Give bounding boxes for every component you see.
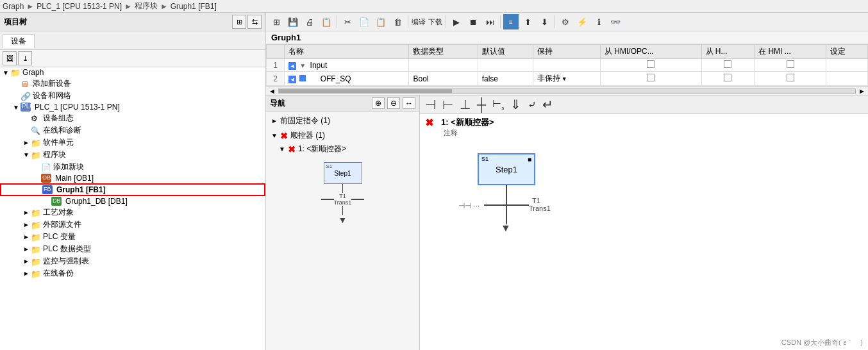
graph-btn-down-branch[interactable]: ⊥: [458, 97, 472, 112]
tb-btn-settings[interactable]: ⚙: [558, 14, 573, 29]
nav-conn1: [342, 184, 344, 193]
graph-btn-left-top[interactable]: ⊣: [424, 97, 437, 112]
tree-item-device-network[interactable]: 🔗 设备和网络: [0, 90, 265, 102]
row1-name[interactable]: ◄ ▼ Input: [285, 59, 409, 72]
tree-label-plc-dtype: PLC 数据类型: [43, 244, 91, 254]
graph-btn-return[interactable]: ↵: [541, 97, 555, 112]
checkbox-2b[interactable]: [724, 74, 731, 81]
nav-section-prefixed-header[interactable]: ► 前固定指令 (1): [269, 114, 417, 128]
nav-section-seq-header[interactable]: ▼ ✖ 顺控器 (1): [269, 129, 417, 142]
big-step-box[interactable]: S1 ■ Step1: [478, 153, 535, 185]
row1-h[interactable]: [701, 59, 755, 72]
tree-item-device-config[interactable]: ⚙ 设备组态: [0, 112, 265, 124]
checkbox-1a[interactable]: [647, 60, 655, 68]
graph-btn-right-top[interactable]: ⊢: [441, 97, 455, 112]
nav-trans-area: T1 Trans1: [321, 193, 365, 206]
zoom-out-btn[interactable]: ⊖: [387, 97, 400, 109]
tb-btn-glasses[interactable]: 👓: [608, 14, 623, 29]
tb-btn-copy[interactable]: 📄: [356, 14, 372, 29]
tb-btn-paste[interactable]: 📋: [373, 14, 388, 29]
tb-btn-4[interactable]: 📋: [319, 14, 334, 29]
tb-btn-online[interactable]: ⚡: [574, 14, 590, 29]
nav-item-new-seq[interactable]: ▼ ✖ 1: <新顺控器>: [269, 142, 417, 156]
sidebar-tree: ▼ 📁 Graph 🖥 添加新设备 🔗 设备和网络 ▼ PLC: [0, 67, 265, 350]
breadcrumb: Graph ► PLC_1 [CPU 1513-1 PN] ► 程序块 ► Gr…: [3, 1, 217, 12]
row1-expand[interactable]: ▼: [299, 62, 306, 69]
tb-btn-download2[interactable]: ⬇: [537, 14, 552, 29]
tree-item-tech-obj[interactable]: ► 📁 工艺对象: [0, 206, 265, 219]
tb-sep-3: [446, 15, 446, 28]
row1-hmi-opc[interactable]: [600, 59, 701, 72]
tb-btn-2[interactable]: 💾: [285, 14, 301, 29]
tb-btn-upload[interactable]: ⬆: [520, 14, 535, 29]
tb-btn-stop[interactable]: ⏹: [465, 14, 481, 29]
scroll-thumb[interactable]: [278, 88, 856, 94]
row2-name[interactable]: ◄ OFF_SQ: [285, 72, 409, 86]
scroll-bar-thumb[interactable]: [279, 89, 452, 93]
tree-item-main-ob1[interactable]: OB Main [OB1]: [0, 173, 265, 183]
tree-item-add-device[interactable]: 🖥 添加新设备: [0, 78, 265, 90]
tb-btn-delete[interactable]: 🗑: [390, 14, 405, 29]
graph-btn-flip[interactable]: ⇓: [509, 97, 522, 112]
tb-btn-compile[interactable]: 编译: [411, 14, 426, 29]
tb-btn-info[interactable]: ℹ: [591, 14, 606, 29]
tree-item-online-backup[interactable]: ► 📁 在线备份: [0, 267, 265, 279]
tree-label-graph: Graph: [22, 68, 44, 77]
sidebar-toolbar-btn2[interactable]: ⤓: [18, 51, 32, 65]
checkbox-1b[interactable]: [724, 60, 731, 68]
row2-h[interactable]: [701, 72, 755, 86]
row1-setting[interactable]: [826, 59, 867, 72]
arrow-tech: ►: [23, 209, 31, 216]
tb-btn-step[interactable]: ⏭: [482, 14, 497, 29]
nav-label-prefixed: 前固定指令 (1): [280, 115, 330, 126]
graph-btn-cross[interactable]: ┼: [476, 97, 487, 112]
tree-item-add-block[interactable]: 📄 添加新块: [0, 161, 265, 173]
tree-label-online-backup: 在线备份: [43, 268, 74, 279]
tree-item-gruph1-fb1[interactable]: FB Gruph1 [FB1]: [0, 183, 265, 196]
checkbox-2a[interactable]: [647, 74, 655, 81]
tree-item-prog-block[interactable]: ▼ 📁 程序块: [0, 149, 265, 161]
zoom-in-btn[interactable]: ⊕: [372, 97, 385, 109]
tree-item-plc1[interactable]: ▼ PLC PLC_1 [CPU 1513-1 PN]: [0, 102, 265, 112]
tb-btn-1[interactable]: ⊞: [269, 14, 284, 29]
tree-item-plc-var[interactable]: ► 📁 PLC 变量: [0, 231, 265, 243]
sidebar-btn-grid[interactable]: ⊞: [232, 15, 246, 29]
tb-btn-net[interactable]: ≡: [503, 14, 519, 29]
tree-arrow-graph: ▼: [3, 69, 10, 76]
checkbox-1c[interactable]: [787, 60, 794, 68]
tree-item-monitor[interactable]: ► 📁 监控与强制表: [0, 255, 265, 267]
row1-in-hmi[interactable]: [755, 59, 826, 72]
row2-retain[interactable]: 非保持 ▼: [533, 72, 600, 86]
tree-item-software-unit[interactable]: ► 📁 软件单元: [0, 137, 265, 149]
tree-item-ext-src[interactable]: ► 📁 外部源文件: [0, 219, 265, 231]
tb-btn-go[interactable]: ▶: [449, 14, 464, 29]
sidebar-btn-expand[interactable]: ⇆: [247, 15, 262, 29]
sidebar-tab-device[interactable]: 设备: [3, 34, 35, 48]
row1-retain[interactable]: [533, 59, 600, 72]
tree-item-gruph1-db1[interactable]: DB Gruph1_DB [DB1]: [0, 196, 265, 206]
row2-setting[interactable]: [826, 72, 867, 86]
tb-btn-download[interactable]: 下载: [428, 14, 443, 29]
table-scroll-bar[interactable]: ◄ ►: [266, 86, 868, 95]
retain-dropdown-arrow[interactable]: ▼: [562, 76, 567, 82]
graph-btn-cross-s[interactable]: ⊢s: [491, 97, 505, 111]
tb-btn-cut[interactable]: ✂: [340, 14, 355, 29]
tree-item-graph-root[interactable]: ▼ 📁 Graph: [0, 67, 265, 78]
row2-in-hmi[interactable]: [755, 72, 826, 86]
config-icon: ⚙: [31, 114, 41, 123]
tree-item-online-diag[interactable]: 🔍 在线和诊断: [0, 124, 265, 137]
row2-default[interactable]: false: [478, 72, 533, 86]
row1-default[interactable]: [478, 59, 533, 72]
nav-step-box[interactable]: S1 Step1: [324, 162, 362, 184]
graph-btn-jump[interactable]: ⤶: [526, 99, 537, 111]
tb-btn-3[interactable]: 🖨: [302, 14, 317, 29]
graph-canvas[interactable]: S1 ■ Step1 ⊣⊣ ··· T1 Trans1: [420, 140, 868, 350]
zoom-fit-btn[interactable]: ↔: [403, 97, 415, 109]
row2-hmi-opc[interactable]: [600, 72, 701, 86]
sidebar-toolbar-btn1[interactable]: 🖼: [3, 51, 17, 65]
tree-item-plc-dtype[interactable]: ► 📁 PLC 数据类型: [0, 243, 265, 255]
arrow-ext: ►: [23, 221, 31, 228]
checkbox-2c[interactable]: [787, 74, 794, 81]
row2-type[interactable]: Bool: [409, 72, 478, 86]
row1-type[interactable]: [409, 59, 478, 72]
